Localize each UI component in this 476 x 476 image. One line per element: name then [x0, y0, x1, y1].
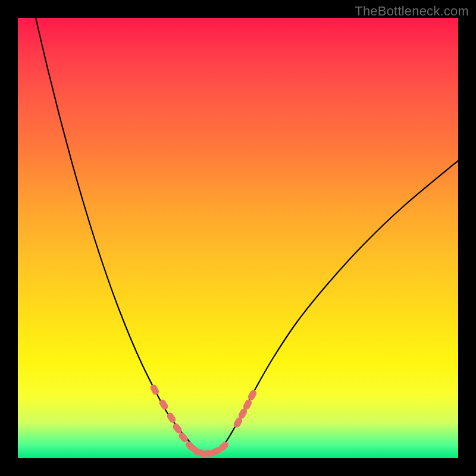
- watermark-text: TheBottleneck.com: [355, 4, 469, 19]
- bottleneck-curve: [36, 18, 458, 453]
- chart-frame: TheBottleneck.com: [0, 0, 476, 476]
- highlight-dot: [247, 389, 258, 401]
- curve-svg: [18, 18, 458, 458]
- plot-area: [18, 18, 458, 458]
- highlight-markers: [149, 383, 258, 458]
- highlight-dot: [149, 383, 160, 396]
